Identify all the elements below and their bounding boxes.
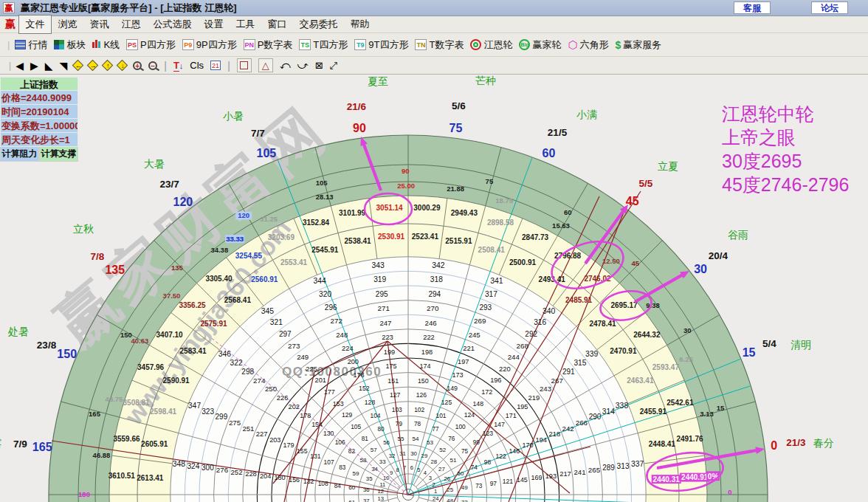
svg-text:2847.73: 2847.73 [522,233,549,241]
svg-text:37.50: 37.50 [163,292,181,300]
svg-text:21/5: 21/5 [548,127,568,138]
svg-text:32: 32 [389,453,396,459]
svg-text:0: 0 [771,439,777,452]
svg-text:120: 120 [238,211,249,219]
svg-text:43.75: 43.75 [106,395,123,403]
svg-text:81: 81 [362,436,369,442]
svg-text:46.88: 46.88 [93,451,111,459]
svg-text:247: 247 [379,319,391,327]
svg-text:80: 80 [377,426,385,433]
svg-text:12: 12 [378,488,384,495]
svg-text:245: 245 [469,331,480,339]
svg-text:3: 3 [429,475,432,481]
svg-text:102: 102 [414,406,424,413]
svg-text:151: 151 [388,377,399,385]
svg-text:33.33: 33.33 [226,235,244,243]
svg-text:104: 104 [371,412,381,419]
svg-text:121: 121 [503,478,514,485]
svg-text:200: 200 [348,358,359,365]
svg-text:28.13: 28.13 [316,193,334,201]
svg-text:2644.32: 2644.32 [633,331,661,339]
svg-text:299: 299 [216,413,228,421]
svg-text:274: 274 [253,376,266,385]
svg-text:172: 172 [481,388,492,396]
svg-text:90: 90 [353,122,366,134]
svg-text:3051.14: 3051.14 [376,204,404,212]
svg-text:53: 53 [427,439,433,446]
svg-text:345: 345 [261,307,275,315]
svg-text:79: 79 [396,421,403,427]
svg-text:处暑: 处暑 [7,326,29,337]
svg-text:171: 171 [506,412,517,419]
svg-text:75: 75 [461,448,469,455]
svg-text:148: 148 [472,400,483,408]
svg-text:2568.41: 2568.41 [224,296,252,304]
svg-text:30度2695: 30度2695 [722,151,802,171]
svg-text:25.00: 25.00 [397,182,415,190]
svg-text:295: 295 [376,290,388,298]
svg-text:150: 150 [57,348,77,360]
svg-text:1: 1 [434,488,437,495]
svg-text:3254.55: 3254.55 [235,252,263,260]
svg-text:5: 5 [417,467,420,473]
svg-text:228: 228 [245,470,257,478]
svg-text:123: 123 [483,430,494,437]
svg-text:90: 90 [402,167,410,175]
svg-text:176: 176 [353,371,364,379]
svg-text:165: 165 [89,410,101,418]
svg-text:21/6: 21/6 [347,101,367,112]
svg-text:250: 250 [265,385,277,393]
svg-text:275: 275 [229,419,241,427]
svg-text:180: 180 [78,490,90,498]
svg-text:291: 291 [562,368,575,376]
svg-text:34.38: 34.38 [210,246,228,254]
svg-text:27: 27 [438,466,445,472]
svg-text:178: 178 [300,412,311,419]
svg-text:131: 131 [310,453,321,460]
svg-text:24: 24 [433,495,438,502]
svg-text:51: 51 [450,457,457,464]
svg-text:5/6: 5/6 [452,100,466,111]
svg-text:195: 195 [517,403,528,410]
svg-text:204: 204 [260,472,271,480]
svg-text:立秋: 立秋 [73,223,94,235]
svg-text:341: 341 [490,277,503,285]
svg-text:40.63: 40.63 [131,337,149,345]
svg-text:20/4: 20/4 [709,250,728,261]
svg-text:6.25: 6.25 [679,355,693,363]
svg-text:101: 101 [436,412,447,419]
svg-text:49: 49 [461,484,468,491]
svg-text:202: 202 [289,403,300,410]
svg-text:294: 294 [428,290,441,298]
svg-text:江恩轮中轮: 江恩轮中轮 [722,103,814,124]
svg-text:2949.43: 2949.43 [451,209,478,217]
svg-text:55: 55 [398,436,404,442]
svg-text:7/9: 7/9 [13,439,27,450]
svg-text:84: 84 [334,483,342,489]
svg-text:28: 28 [430,458,437,465]
svg-text:3407.10: 3407.10 [156,331,184,339]
svg-text:193: 193 [545,472,557,480]
svg-text:37: 37 [363,498,370,502]
svg-text:小满: 小满 [576,109,597,120]
svg-text:2613.41: 2613.41 [137,474,164,482]
svg-text:224: 224 [342,344,354,352]
svg-text:18.75: 18.75 [495,196,513,204]
svg-text:78: 78 [414,421,421,427]
svg-text:105: 105 [351,423,361,430]
svg-text:323: 323 [202,408,214,416]
svg-text:320: 320 [319,290,331,298]
svg-text:265: 265 [588,466,601,474]
svg-text:177: 177 [324,388,335,396]
svg-text:273: 273 [288,342,300,350]
svg-text:35: 35 [366,475,373,482]
svg-text:348: 348 [173,460,186,468]
svg-text:15.63: 15.63 [552,221,570,230]
svg-text:50: 50 [458,470,464,477]
svg-text:31.25: 31.25 [260,215,278,223]
svg-text:72: 72 [461,499,468,502]
svg-text:316: 316 [534,318,546,326]
svg-text:23/8: 23/8 [37,340,57,351]
svg-text:2605.91: 2605.91 [141,440,168,448]
svg-text:2485.91: 2485.91 [565,296,593,304]
